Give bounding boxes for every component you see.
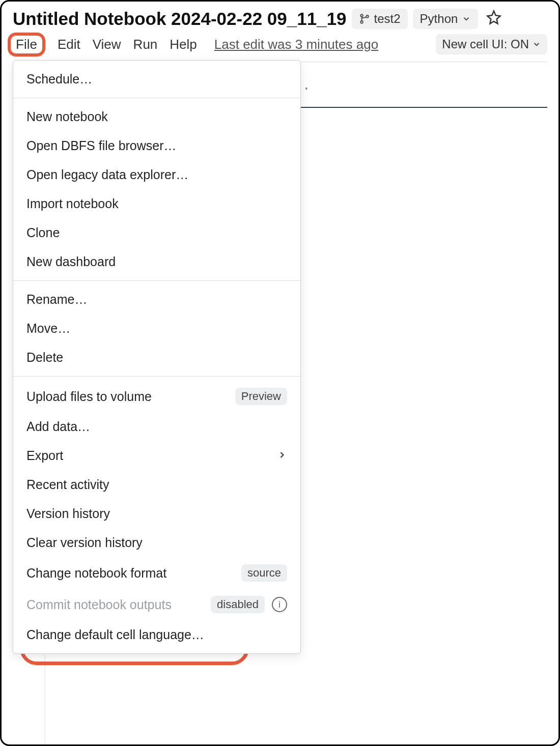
menu-delete[interactable]: Delete: [13, 343, 300, 372]
menu-help[interactable]: Help: [170, 37, 197, 52]
last-edit-link[interactable]: Last edit was 3 minutes ago: [214, 37, 378, 52]
menu-import-notebook-label: Import notebook: [26, 196, 119, 211]
menu-upload-volume[interactable]: Upload files to volume Preview: [13, 381, 300, 412]
menu-change-default-language-label: Change default cell language…: [26, 627, 204, 642]
menu-export-label: Export: [26, 448, 63, 463]
file-menu-dropdown: Schedule… New notebook Open DBFS file br…: [13, 60, 301, 654]
menu-rename[interactable]: Rename…: [13, 285, 300, 314]
menu-move-label: Move…: [26, 321, 70, 336]
menu-run[interactable]: Run: [133, 37, 158, 52]
menu-upload-volume-label: Upload files to volume: [26, 389, 152, 404]
menu-open-legacy-explorer[interactable]: Open legacy data explorer…: [13, 160, 300, 189]
chevron-down-icon: [462, 14, 471, 23]
info-icon[interactable]: i: [272, 597, 287, 612]
menu-schedule-label: Schedule…: [26, 72, 92, 87]
notebook-title[interactable]: Untitled Notebook 2024-02-22 09_11_19: [13, 9, 347, 29]
menu-export[interactable]: Export: [13, 441, 300, 470]
menu-view[interactable]: View: [93, 37, 121, 52]
preview-badge: Preview: [235, 388, 287, 405]
menu-add-data-label: Add data…: [26, 419, 90, 434]
menu-clear-version-history-label: Clear version history: [26, 535, 143, 550]
new-cell-ui-toggle[interactable]: New cell UI: ON: [436, 34, 547, 54]
menu-new-dashboard[interactable]: New dashboard: [13, 247, 300, 276]
chevron-down-icon: [532, 40, 541, 49]
menu-clone[interactable]: Clone: [13, 218, 300, 247]
language-label: Python: [420, 12, 458, 26]
star-icon[interactable]: [486, 10, 501, 28]
menu-clear-version-history[interactable]: Clear version history: [13, 528, 300, 557]
new-cell-ui-label: New cell UI: ON: [442, 37, 529, 51]
source-badge: source: [241, 564, 287, 582]
menu-file[interactable]: File: [8, 33, 45, 56]
menu-new-notebook-label: New notebook: [26, 109, 108, 124]
menu-open-dbfs-label: Open DBFS file browser…: [26, 138, 177, 153]
menu-commit-outputs: Commit notebook outputs disabled i: [13, 589, 300, 620]
branch-icon: [359, 13, 370, 24]
menu-open-legacy-explorer-label: Open legacy data explorer…: [26, 167, 188, 182]
workspace-pill[interactable]: test2: [352, 9, 408, 29]
menu-rename-label: Rename…: [26, 292, 88, 307]
disabled-badge: disabled: [211, 596, 265, 613]
menu-schedule[interactable]: Schedule…: [13, 65, 300, 94]
menu-import-notebook[interactable]: Import notebook: [13, 189, 300, 218]
chevron-right-icon: [277, 448, 287, 463]
svg-point-2: [366, 15, 369, 18]
menu-add-data[interactable]: Add data…: [13, 412, 300, 441]
menu-edit[interactable]: Edit: [58, 37, 80, 52]
menu-bar: File Edit View Run Help Last edit was 3 …: [13, 29, 547, 62]
menu-recent-activity-label: Recent activity: [26, 477, 109, 492]
svg-point-0: [360, 14, 363, 17]
menu-change-default-language[interactable]: Change default cell language…: [13, 620, 300, 649]
menu-delete-label: Delete: [26, 350, 63, 365]
menu-open-dbfs[interactable]: Open DBFS file browser…: [13, 131, 300, 160]
menu-commit-outputs-label: Commit notebook outputs: [26, 597, 172, 612]
menu-version-history-label: Version history: [26, 506, 110, 521]
menu-recent-activity[interactable]: Recent activity: [13, 470, 300, 499]
menu-clone-label: Clone: [26, 225, 60, 240]
menu-new-dashboard-label: New dashboard: [26, 254, 116, 269]
language-pill[interactable]: Python: [413, 9, 479, 29]
svg-point-1: [360, 21, 363, 23]
menu-change-notebook-format-label: Change notebook format: [26, 566, 166, 581]
menu-new-notebook[interactable]: New notebook: [13, 102, 300, 131]
workspace-label: test2: [374, 12, 401, 26]
menu-change-notebook-format[interactable]: Change notebook format source: [13, 557, 300, 589]
menu-version-history[interactable]: Version history: [13, 499, 300, 528]
menu-move[interactable]: Move…: [13, 314, 300, 343]
